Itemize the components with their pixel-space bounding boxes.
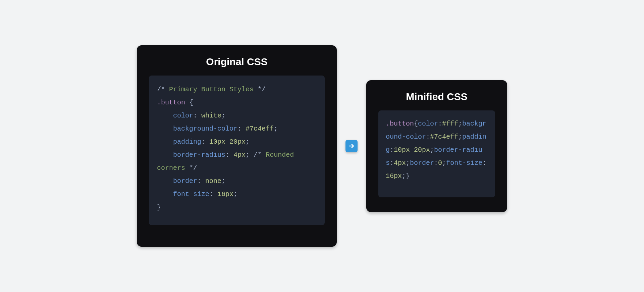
code-token [157, 112, 173, 119]
code-token: : [390, 146, 394, 154]
code-token: .button [386, 120, 414, 128]
code-token: .button [157, 99, 185, 106]
code-token: : [438, 120, 442, 128]
code-token: */ [185, 164, 197, 172]
code-token: ; [402, 172, 406, 180]
code-token: font-size [173, 190, 209, 198]
code-token: background-color [173, 125, 237, 133]
code-token: #fff [442, 120, 458, 128]
code-token: ; [221, 112, 225, 119]
code-token: : [390, 159, 394, 167]
comparison-stage: Original CSS /* Primary Button Styles */… [0, 0, 644, 292]
code-token: /* [157, 86, 169, 93]
code-token: border [173, 177, 197, 185]
code-token [157, 151, 173, 159]
code-token: : [225, 151, 233, 159]
code-token: white [201, 112, 221, 119]
code-token: ; [274, 125, 278, 133]
minified-css-card: Minified CSS .button{color:#fff;backgrou… [366, 80, 507, 212]
code-token: ; [458, 120, 462, 128]
code-token: ; [458, 133, 462, 141]
code-token: : [434, 159, 438, 167]
code-token: { [414, 120, 418, 128]
code-token: ; [406, 159, 410, 167]
code-token: : [193, 112, 201, 119]
code-token [157, 138, 173, 146]
code-token: #7c4eff [246, 125, 274, 133]
right-arrow-icon [345, 140, 358, 152]
code-token: ; [233, 190, 237, 198]
code-token: 0 [438, 159, 442, 167]
original-css-code: /* Primary Button Styles */ .button { co… [149, 76, 325, 225]
code-token [157, 177, 173, 185]
code-token: : [426, 133, 430, 141]
code-token: */ [254, 86, 266, 93]
code-token: #7c4eff [430, 133, 458, 141]
code-token: : [482, 159, 486, 167]
minified-css-title: Minified CSS [378, 91, 495, 102]
code-token: } [157, 203, 161, 211]
code-token: border [410, 159, 434, 167]
code-token: ; [442, 159, 446, 167]
code-token: : [201, 138, 209, 146]
code-token: ; [246, 138, 250, 146]
code-token: font-size [446, 159, 482, 167]
code-token: { [185, 99, 193, 106]
code-token [157, 190, 173, 198]
code-token: /* [254, 151, 266, 159]
code-token: 10px 20px [209, 138, 246, 146]
code-token: } [406, 172, 410, 180]
code-token: ; [246, 151, 250, 159]
code-token: ; [430, 146, 434, 154]
code-token: : [197, 177, 205, 185]
code-token: 4px [233, 151, 246, 159]
minified-css-code: .button{color:#fff;background-color:#7c4… [378, 110, 495, 197]
original-css-card: Original CSS /* Primary Button Styles */… [137, 45, 337, 247]
code-token: 16px [217, 190, 233, 198]
code-token: none [205, 177, 221, 185]
code-token: 4px [394, 159, 406, 167]
code-token: ; [221, 177, 225, 185]
code-token: Primary Button Styles [169, 86, 254, 93]
code-token: border-radius [173, 151, 225, 159]
code-token: 16px [386, 172, 402, 180]
code-token: color [173, 112, 193, 119]
original-css-title: Original CSS [149, 56, 325, 67]
code-token: : [237, 125, 246, 133]
code-token: padding [173, 138, 201, 146]
code-token: : [209, 190, 217, 198]
code-token [157, 125, 173, 133]
code-token: color [418, 120, 438, 128]
code-token: 10px 20px [394, 146, 430, 154]
